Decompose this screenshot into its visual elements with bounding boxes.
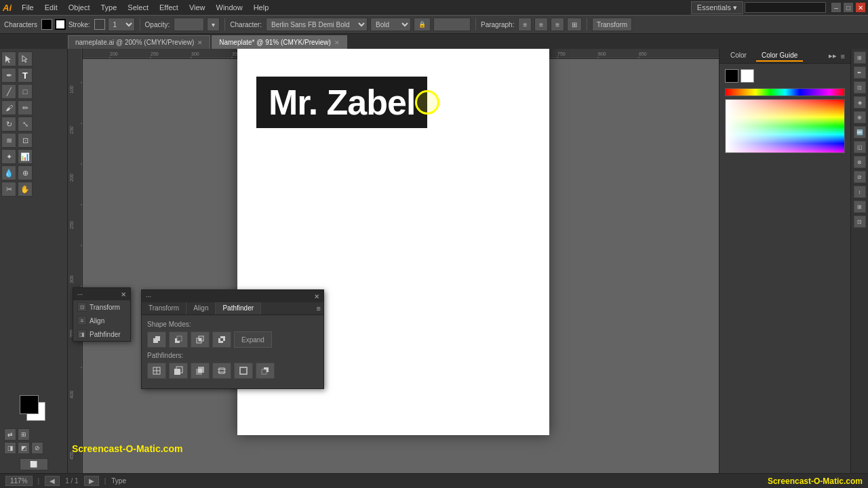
minimize-button[interactable]: – [831, 3, 841, 12]
tab-align[interactable]: Align [186, 302, 216, 314]
pathfinder-panel-titlebar[interactable]: ··· ✕ [142, 290, 323, 302]
direct-selection-tool[interactable] [18, 52, 33, 66]
align-right-btn[interactable]: ≡ [551, 18, 564, 31]
transform-btn[interactable]: Transform [592, 18, 632, 31]
font-family-select[interactable]: Berlin Sans FB Demi Bold [266, 18, 368, 31]
stroke-weight-select[interactable]: 1 [108, 18, 135, 31]
column-graph-tool[interactable]: 📊 [18, 149, 33, 164]
menu-type[interactable]: Type [96, 2, 122, 13]
eyedropper-tool[interactable]: 💧 [1, 165, 16, 180]
font-weight-select[interactable]: Bold [370, 18, 411, 31]
tab-pathfinder[interactable]: Pathfinder [216, 302, 261, 314]
selection-tool[interactable] [1, 52, 16, 66]
menu-edit[interactable]: Edit [40, 2, 62, 13]
rp-icon-4[interactable]: ◈ [854, 96, 866, 108]
next-artboard-btn[interactable]: ▶ [84, 476, 99, 486]
font-size-input[interactable]: 82.8 pt [433, 18, 471, 31]
lmp-item-pathfinder[interactable]: ◨ Pathfinder [73, 327, 130, 341]
rp-icon-5[interactable]: ⊕ [854, 111, 866, 123]
rp-icon-12[interactable]: ⊡ [854, 216, 866, 228]
none-btn[interactable]: ⊘ [31, 442, 43, 454]
rp-icon-1[interactable]: ⊞ [854, 52, 866, 64]
hue-spectrum-bar[interactable] [725, 88, 845, 96]
tab-close-0[interactable]: ✕ [197, 39, 203, 46]
rp-icon-8[interactable]: ⊗ [854, 156, 866, 168]
blend-tool[interactable]: ⊕ [18, 165, 33, 180]
hand-tool[interactable]: ✋ [18, 182, 33, 197]
symbol-sprayer-tool[interactable]: ✦ [1, 149, 16, 164]
color-swatch-white[interactable] [741, 69, 754, 83]
rp-icon-10[interactable]: ↕ [854, 186, 866, 198]
tab-transform[interactable]: Transform [142, 302, 186, 314]
gradient-btn[interactable]: ◩ [18, 442, 30, 454]
merge-btn[interactable] [191, 363, 210, 379]
essentials-button[interactable]: Essentials ▾ [691, 1, 743, 14]
menu-file[interactable]: File [17, 2, 39, 13]
panel-options-btn[interactable]: ≡ [841, 52, 845, 60]
lmp-item-transform[interactable]: ⊡ Transform [73, 300, 130, 314]
default-colors-btn[interactable]: ⊞ [18, 428, 30, 441]
maximize-button[interactable]: □ [844, 3, 853, 12]
change-screen-mode-btn[interactable]: ⬜ [20, 458, 48, 470]
crop-btn[interactable] [212, 363, 231, 379]
para-options-btn[interactable]: ⊞ [567, 18, 582, 31]
fill-color-swatch[interactable] [20, 395, 39, 414]
stroke-swatch[interactable] [55, 19, 66, 30]
rp-icon-2[interactable]: ✒ [854, 66, 866, 79]
rotate-tool[interactable]: ↻ [1, 117, 16, 131]
rp-icon-7[interactable]: ◱ [854, 141, 866, 153]
pen-tool[interactable]: ✒ [1, 68, 16, 83]
line-tool[interactable]: ╱ [1, 84, 16, 99]
paintbrush-tool[interactable]: 🖌 [1, 100, 16, 115]
opacity-input[interactable]: 100% [174, 18, 204, 31]
rp-icon-9[interactable]: ⊘ [854, 171, 866, 183]
tab-nameplate-ai[interactable]: nameplate.ai @ 200% (CMYK/Preview) ✕ [68, 35, 210, 49]
exclude-btn[interactable] [212, 331, 231, 348]
align-center-btn[interactable]: ≡ [534, 18, 548, 31]
tab-close-1[interactable]: ✕ [334, 39, 340, 46]
menu-select[interactable]: Select [123, 2, 153, 13]
intersect-btn[interactable] [191, 331, 210, 348]
minus-back-btn[interactable] [256, 363, 275, 379]
menu-effect[interactable]: Effect [155, 2, 183, 13]
zoom-level-btn[interactable]: 117% [5, 476, 33, 486]
left-mini-close[interactable]: ✕ [121, 291, 126, 298]
scale-tool[interactable]: ⤡ [18, 117, 33, 131]
align-left-btn[interactable]: ≡ [518, 18, 532, 31]
color-gradient-picker[interactable] [725, 99, 845, 153]
nameplate-text[interactable]: Mr. Zabel [269, 83, 415, 122]
color-swatch-black[interactable] [725, 69, 738, 83]
pathfinder-panel-close[interactable]: ✕ [314, 293, 319, 300]
opacity-options-btn[interactable]: ▾ [207, 18, 220, 31]
rp-icon-6[interactable]: 🔤 [854, 126, 866, 138]
stroke-color-swatch[interactable] [94, 19, 105, 30]
expand-btn[interactable]: Expand [234, 331, 272, 348]
scissors-tool[interactable]: ✂ [1, 182, 16, 197]
trim-btn[interactable] [169, 363, 188, 379]
panel-menu-btn[interactable]: ≡ [314, 302, 323, 314]
search-input[interactable] [745, 2, 826, 13]
warp-tool[interactable]: ≋ [1, 133, 16, 148]
rp-icon-11[interactable]: ⊞ [854, 201, 866, 213]
color-mode-btn[interactable]: ◨ [4, 442, 16, 454]
prev-artboard-btn[interactable]: ◀ [45, 476, 60, 486]
unite-btn[interactable] [147, 331, 166, 348]
fill-swatch[interactable] [41, 19, 52, 30]
close-button[interactable]: ✕ [856, 3, 865, 12]
divide-btn[interactable] [147, 363, 166, 379]
tab-nameplate-active[interactable]: Nameplate* @ 91% (CMYK/Preview) ✕ [212, 35, 347, 49]
panel-expand-btn[interactable]: ▸▸ [829, 52, 837, 60]
menu-help[interactable]: Help [249, 2, 274, 13]
menu-object[interactable]: Object [64, 2, 95, 13]
rp-icon-3[interactable]: ⊡ [854, 81, 866, 94]
rect-tool[interactable]: □ [18, 84, 33, 99]
swap-colors-btn[interactable]: ⇄ [4, 428, 16, 441]
free-transform-tool[interactable]: ⊡ [18, 133, 33, 148]
outline-btn[interactable] [234, 363, 253, 379]
pencil-tool[interactable]: ✏ [18, 100, 33, 115]
tab-color[interactable]: Color [725, 50, 752, 62]
menu-view[interactable]: View [184, 2, 210, 13]
type-tool[interactable]: T [18, 68, 33, 83]
menu-window[interactable]: Window [212, 2, 248, 13]
tab-color-guide[interactable]: Color Guide [756, 50, 803, 62]
